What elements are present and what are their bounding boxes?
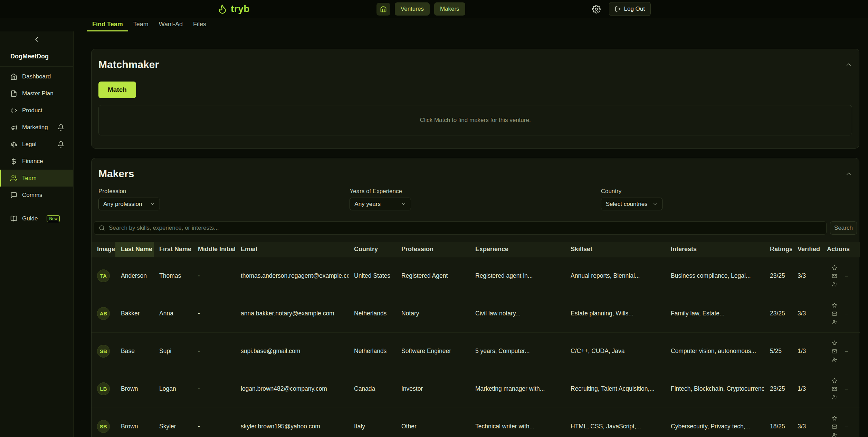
country-select[interactable]: Select countries xyxy=(601,198,662,210)
sidebar-item-dashboard[interactable]: Dashboard xyxy=(0,68,73,85)
notification-bell-icon[interactable] xyxy=(57,124,64,131)
row-more-icon[interactable]: – xyxy=(845,348,848,355)
matchmaker-collapse-button[interactable] xyxy=(845,61,852,68)
column-header-skillset[interactable]: Skillset xyxy=(565,242,665,257)
sidebar-item-finance[interactable]: Finance xyxy=(0,153,73,170)
column-header-interests[interactable]: Interests xyxy=(665,242,764,257)
sidebar-item-label: Dashboard xyxy=(22,73,51,80)
avatar: TA xyxy=(97,269,110,282)
logout-button[interactable]: Log Out xyxy=(609,2,651,16)
favorite-star-icon[interactable] xyxy=(832,416,837,421)
cell-profession: Software Engineer xyxy=(396,332,470,370)
sidebar-item-legal[interactable]: Legal xyxy=(0,136,73,153)
column-header-first-name[interactable]: First Name xyxy=(154,242,192,257)
table-row[interactable]: LBBrownLogan-logan.brown482@company.comC… xyxy=(92,370,860,408)
sidebar-item-label: Finance xyxy=(22,158,43,165)
invite-user-plus-icon[interactable] xyxy=(832,282,837,287)
cell-verified: 1/3 xyxy=(792,370,821,408)
column-header-profession[interactable]: Profession xyxy=(396,242,470,257)
cell-middle-initial: - xyxy=(192,257,235,295)
message-mail-icon[interactable] xyxy=(832,273,837,279)
column-header-last-name[interactable]: Last Name xyxy=(115,242,154,257)
row-more-icon[interactable]: – xyxy=(845,386,848,392)
scale-icon xyxy=(10,141,17,148)
cell-country: Netherlands xyxy=(349,332,396,370)
table-row[interactable]: ABBakkerAnna-anna.bakker.notary@example.… xyxy=(92,295,860,332)
avatar: AB xyxy=(97,307,110,320)
sidebar-item-comms[interactable]: Comms xyxy=(0,187,73,203)
sidebar-item-guide[interactable]: Guide New xyxy=(0,210,73,227)
column-header-image[interactable]: Image xyxy=(92,242,115,257)
message-mail-icon[interactable] xyxy=(832,349,837,354)
cell-actions: – xyxy=(821,370,860,408)
makers-filters: Profession Any profession Years of Exper… xyxy=(92,188,859,210)
column-header-middle-initial[interactable]: Middle Initial xyxy=(192,242,235,257)
search-row: Search xyxy=(92,221,859,235)
makers-collapse-button[interactable] xyxy=(845,170,852,177)
cell-interests: Computer vision, autonomous... xyxy=(665,332,764,370)
makers-button[interactable]: Makers xyxy=(434,2,465,16)
sidebar-item-label: Team xyxy=(22,175,37,182)
table-header-row: ImageLast NameFirst NameMiddle InitialEm… xyxy=(92,242,860,257)
cell-email: logan.brown482@company.com xyxy=(235,370,349,408)
row-more-icon[interactable]: – xyxy=(845,423,848,430)
table-row[interactable]: SBBaseSupi-supi.base@gmail.comNetherland… xyxy=(92,332,860,370)
home-button[interactable] xyxy=(376,3,390,16)
document-icon xyxy=(10,90,17,97)
sidebar-item-master-plan[interactable]: Master Plan xyxy=(0,85,73,102)
row-more-icon[interactable]: – xyxy=(845,273,848,279)
message-mail-icon[interactable] xyxy=(832,386,837,392)
column-header-ratings[interactable]: Ratings xyxy=(764,242,792,257)
column-header-country[interactable]: Country xyxy=(349,242,396,257)
favorite-star-icon[interactable] xyxy=(832,378,837,383)
tab-files[interactable]: Files xyxy=(188,18,211,31)
tab-find-team[interactable]: Find Team xyxy=(87,18,128,31)
matchmaker-empty-state: Click Match to find makers for this vent… xyxy=(98,105,852,135)
search-input[interactable] xyxy=(109,225,821,231)
table-row[interactable]: TAAndersonThomas-thomas.anderson.regagen… xyxy=(92,257,860,295)
cell-image: SB xyxy=(92,332,115,370)
ventures-button[interactable]: Ventures xyxy=(395,2,430,16)
logo-text: tryb xyxy=(231,3,250,15)
cell-middle-initial: - xyxy=(192,332,235,370)
tab-want-ad[interactable]: Want-Ad xyxy=(154,18,188,31)
message-mail-icon[interactable] xyxy=(832,311,837,316)
invite-user-plus-icon[interactable] xyxy=(832,319,837,325)
sidebar-collapse-button[interactable] xyxy=(33,36,40,43)
cell-last-name: Brown xyxy=(115,408,154,437)
makers-title: Makers xyxy=(98,168,134,180)
venture-tabs: Find TeamTeamWant-AdFiles xyxy=(0,18,868,31)
chat-icon xyxy=(10,192,17,199)
row-more-icon[interactable]: – xyxy=(845,310,848,317)
sidebar-item-team[interactable]: Team xyxy=(0,170,73,187)
cell-ratings: 5/25 xyxy=(764,332,792,370)
tab-team[interactable]: Team xyxy=(128,18,154,31)
message-mail-icon[interactable] xyxy=(832,424,837,429)
search-button[interactable]: Search xyxy=(830,221,857,235)
notification-bell-icon[interactable] xyxy=(57,141,64,148)
match-button[interactable]: Match xyxy=(98,82,136,98)
column-header-actions[interactable]: Actions xyxy=(821,242,860,257)
makers-table: ImageLast NameFirst NameMiddle InitialEm… xyxy=(92,242,860,437)
favorite-star-icon[interactable] xyxy=(832,265,837,270)
sidebar-item-marketing[interactable]: Marketing xyxy=(0,119,73,136)
column-header-experience[interactable]: Experience xyxy=(470,242,565,257)
table-row[interactable]: SBBrownSkyler-skyler.brown195@yahoo.comI… xyxy=(92,408,860,437)
invite-user-plus-icon[interactable] xyxy=(832,357,837,362)
cell-country: Canada xyxy=(349,370,396,408)
invite-user-plus-icon[interactable] xyxy=(832,432,837,437)
settings-gear-icon[interactable] xyxy=(592,5,601,13)
profession-select[interactable]: Any profession xyxy=(98,198,160,210)
cell-middle-initial: - xyxy=(192,295,235,332)
sidebar-item-label: Guide xyxy=(22,215,38,222)
favorite-star-icon[interactable] xyxy=(832,340,837,346)
sidebar-item-product[interactable]: Product xyxy=(0,102,73,119)
column-header-email[interactable]: Email xyxy=(235,242,349,257)
experience-select[interactable]: Any years xyxy=(350,198,411,210)
cell-profession: Registered Agent xyxy=(396,257,470,295)
cell-experience: 5 years, Computer... xyxy=(470,332,565,370)
invite-user-plus-icon[interactable] xyxy=(832,395,837,400)
logout-label: Log Out xyxy=(624,6,645,12)
column-header-verified[interactable]: Verified xyxy=(792,242,821,257)
favorite-star-icon[interactable] xyxy=(832,303,837,308)
